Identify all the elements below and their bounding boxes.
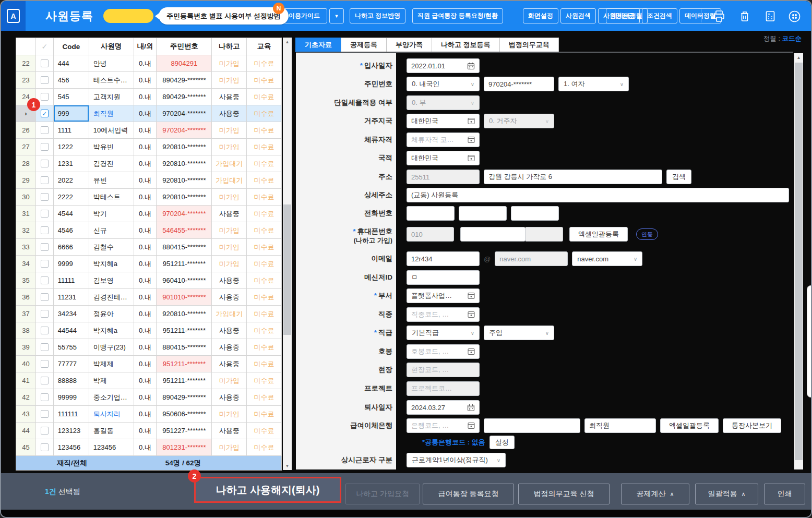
cell-name[interactable]: 안녕	[89, 55, 134, 72]
row-number[interactable]: 39	[16, 339, 36, 356]
table-row[interactable]: 40 77777 박제제 0.내 951211-******* 사용중 미수료	[16, 356, 282, 372]
row-checkbox[interactable]	[41, 76, 49, 84]
cell-nahago[interactable]: 미가입	[212, 239, 247, 256]
cell-code[interactable]: 1231	[54, 155, 89, 172]
row-checkbox[interactable]	[41, 226, 49, 234]
column-header-edu[interactable]: 교육	[247, 38, 282, 55]
row-checkbox[interactable]	[41, 210, 49, 218]
cell-name[interactable]: 이맹구(23)	[89, 339, 134, 356]
row-checkbox[interactable]	[41, 193, 49, 201]
row-checkbox[interactable]	[41, 260, 49, 268]
cell-jumin[interactable]: 950606-*******	[157, 406, 212, 423]
table-row[interactable]: 24 545 고객지원 0.내 890429-******* 사용중 미수료	[16, 89, 282, 105]
job-type-input[interactable]: 직종코드, …	[407, 307, 480, 322]
cell-nahago[interactable]: 사용중	[212, 389, 247, 406]
cell-code[interactable]: 2222	[54, 189, 89, 206]
cell-inout[interactable]: 0.내	[134, 122, 157, 139]
row-number[interactable]: 26	[16, 122, 36, 139]
row-checkbox[interactable]	[41, 293, 49, 301]
cell-name[interactable]: 박지혜a	[89, 322, 134, 339]
cell-edu[interactable]: 미수료	[247, 239, 282, 256]
cell-code[interactable]: 456	[54, 72, 89, 89]
cell-inout[interactable]: 0.내	[134, 272, 157, 289]
leave-date-input[interactable]: 2024.03.27	[407, 400, 480, 415]
row-checkbox[interactable]: ✓	[41, 110, 49, 117]
address-search-button[interactable]: 검색	[666, 170, 691, 184]
table-row[interactable]: 36 11231 김경진테… 0.내 901010-******* 사용중 미수…	[16, 289, 282, 306]
mobile-link-pill[interactable]: 연동	[636, 228, 658, 240]
cell-name[interactable]: 신규	[89, 222, 134, 239]
row-number[interactable]: 42	[16, 389, 36, 406]
form-scrollbar[interactable]: ▲	[794, 53, 803, 469]
row-checkbox[interactable]	[41, 443, 49, 451]
cell-nahago[interactable]: 가입대기	[212, 155, 247, 172]
row-number[interactable]: 29	[16, 172, 36, 189]
cell-code[interactable]: 99999	[54, 389, 89, 406]
cell-code[interactable]: 34234	[54, 306, 89, 322]
cell-name[interactable]: 퇴사자리	[89, 406, 134, 423]
cell-edu[interactable]: 미수료	[247, 139, 282, 155]
cell-name[interactable]: 김경진테…	[89, 289, 134, 306]
cell-edu[interactable]: 미수료	[247, 306, 282, 322]
scroll-up-button[interactable]: ▲	[283, 38, 292, 46]
gender-select[interactable]: 1. 여자∨	[558, 77, 629, 91]
jumin-number-input[interactable]: 970204-*******	[484, 77, 554, 91]
cell-nahago[interactable]: 가입대기	[212, 306, 247, 322]
address-detail-input[interactable]: (교동) 사원등록	[407, 188, 789, 202]
cell-edu[interactable]: 미수료	[247, 222, 282, 239]
cell-code[interactable]: 444	[54, 55, 89, 72]
cell-nahago[interactable]: 사용중	[212, 423, 247, 439]
cell-jumin[interactable]: 951211-*******	[157, 356, 212, 372]
print-bottom-button[interactable]: 인쇄	[764, 484, 805, 504]
table-row[interactable]: 35 11111 김보영 0.내 960410-******* 사용중 미수료	[16, 272, 282, 289]
row-checkbox[interactable]	[41, 377, 49, 384]
cell-nahago[interactable]: 미가입	[212, 372, 247, 389]
print-button[interactable]	[712, 9, 726, 23]
column-header-rownum[interactable]	[16, 38, 36, 55]
code-search-icon[interactable]	[468, 422, 475, 429]
cell-nahago[interactable]: 사용중	[212, 322, 247, 339]
cell-jumin[interactable]: 951211-*******	[157, 256, 212, 272]
cell-name[interactable]: 고객지원	[89, 89, 134, 105]
row-checkbox[interactable]	[41, 360, 49, 368]
cell-nahago[interactable]: 미가입	[212, 122, 247, 139]
row-number[interactable]: 40	[16, 356, 36, 372]
row-number[interactable]: 41	[16, 372, 36, 389]
table-row[interactable]: 33 6666 김철수 0.내 880415-******* 미가입 미수료	[16, 239, 282, 256]
cell-code[interactable]: 1222	[54, 139, 89, 155]
cell-jumin[interactable]: 801231-*******	[157, 439, 212, 456]
table-row[interactable]: 37 34234 정윤아 0.내 920810-******* 가입대기 미수료	[16, 306, 282, 322]
department-input[interactable]: 플랫폼사업…	[407, 288, 480, 303]
calculator-button[interactable]	[763, 9, 778, 23]
row-checkbox[interactable]	[41, 160, 49, 167]
cell-nahago[interactable]: 미가입	[212, 72, 247, 89]
table-row[interactable]: 32 4546 신규 0.내 546455-******* 미가입 미수료	[16, 222, 282, 239]
nahago-info-apply-button[interactable]: 나하고 정보반영	[350, 8, 405, 23]
cell-nahago[interactable]: 사용중	[212, 105, 247, 122]
bank-code-set-button[interactable]: 설정	[489, 436, 515, 449]
cell-edu[interactable]: 미수료	[247, 55, 282, 72]
cell-jumin[interactable]: 920810-*******	[157, 189, 212, 206]
row-number[interactable]: 33	[16, 239, 36, 256]
row-checkbox[interactable]	[41, 393, 49, 401]
cell-jumin[interactable]: 951211-*******	[157, 372, 212, 389]
data-sort-button2[interactable]: 데이터정렬	[606, 8, 648, 23]
table-row[interactable]: 42 99999 중소기업… 0.내 890429-******* 사용중 미수…	[16, 389, 282, 406]
cell-code[interactable]: 11111	[54, 272, 89, 289]
table-row[interactable]: 34 9999 박지혜a 0.내 951211-******* 미가입 미수료	[16, 256, 282, 272]
cell-inout[interactable]: 0.내	[134, 289, 157, 306]
cell-edu[interactable]: 미수료	[247, 122, 282, 139]
cell-inout[interactable]: 0.내	[134, 105, 157, 122]
row-checkbox[interactable]	[41, 176, 49, 184]
row-number[interactable]: 37	[16, 306, 36, 322]
row-number[interactable]: 30	[16, 189, 36, 206]
cell-inout[interactable]: 0.내	[134, 306, 157, 322]
bankbook-copy-button[interactable]: 통장사본보기	[723, 418, 781, 433]
cell-edu[interactable]: 미수료	[247, 423, 282, 439]
table-row[interactable]: 38 44544 박지혜a 0.내 951211-******* 사용중 미수료	[16, 322, 282, 339]
calendar-icon[interactable]	[467, 404, 475, 412]
row-checkbox[interactable]	[41, 327, 49, 334]
table-row[interactable]: 43 111111 퇴사자리 0.내 950606-******* 미가입 미수…	[16, 406, 282, 423]
cell-name[interactable]: 박지혜a	[89, 256, 134, 272]
cell-jumin[interactable]: 951227-*******	[157, 423, 212, 439]
